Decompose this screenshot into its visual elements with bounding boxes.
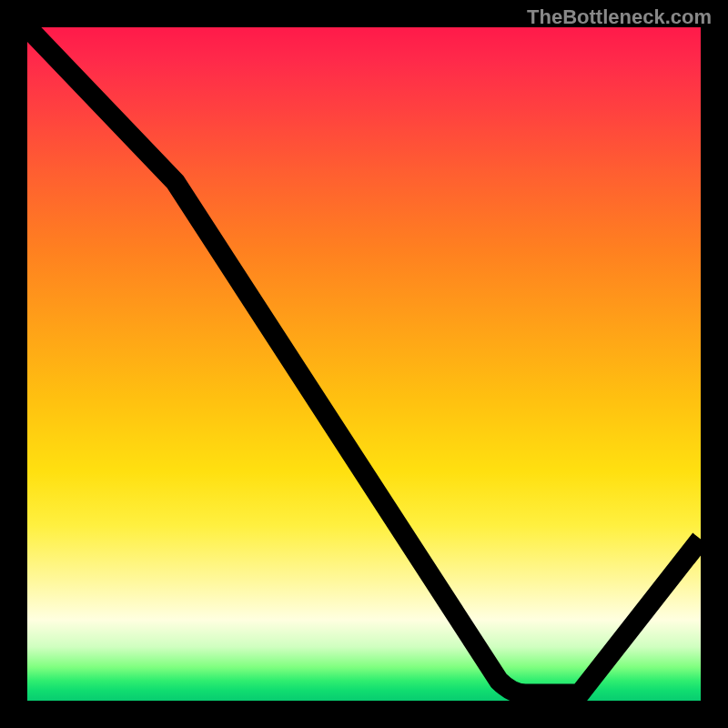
chart-curve	[27, 27, 701, 701]
watermark-text: TheBottleneck.com	[527, 5, 712, 29]
chart-plot-area	[27, 27, 701, 701]
